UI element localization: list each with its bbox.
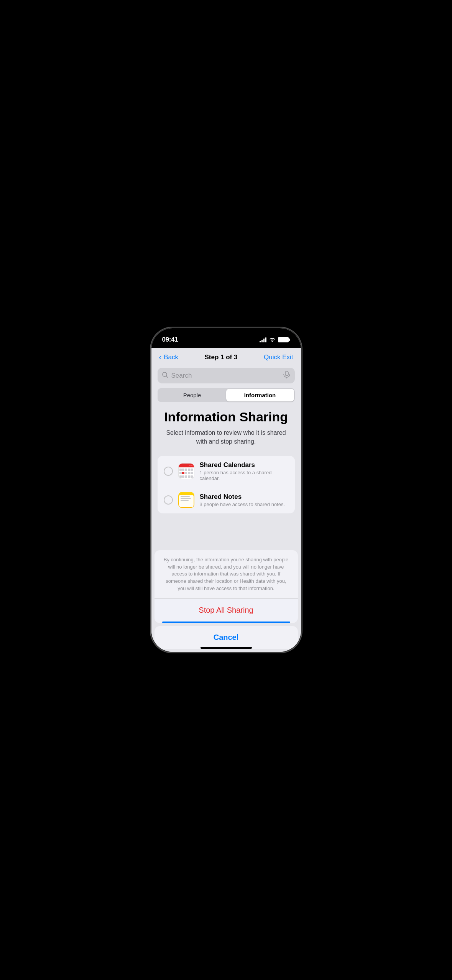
- svg-rect-2: [285, 371, 288, 376]
- segment-people[interactable]: People: [158, 389, 226, 401]
- radio-notes[interactable]: [164, 495, 173, 505]
- segmented-control: People Information: [158, 388, 295, 402]
- nav-title: Step 1 of 3: [204, 354, 237, 361]
- stop-sharing-button[interactable]: Stop All Sharing: [155, 599, 298, 622]
- search-container: Search: [151, 365, 301, 388]
- segment-information[interactable]: Information: [226, 389, 294, 401]
- notes-subtitle: 3 people have access to shared notes.: [200, 502, 289, 507]
- back-label: Back: [164, 354, 178, 361]
- notes-title: Shared Notes: [200, 493, 289, 501]
- search-icon: [162, 372, 168, 380]
- list-item[interactable]: Shared Notes 3 people have access to sha…: [158, 487, 295, 513]
- status-time: 09:41: [162, 336, 178, 344]
- search-bar[interactable]: Search: [158, 368, 295, 383]
- svg-line-1: [166, 376, 168, 378]
- bottom-overlay: By continuing, the information you're sh…: [151, 550, 301, 652]
- items-list: Shared Calendars 1 person has access to …: [158, 456, 295, 513]
- phone-frame: 09:41 ‹: [151, 328, 301, 652]
- microphone-icon[interactable]: [283, 371, 290, 380]
- blue-indicator-bar: [162, 622, 290, 623]
- notes-item-text: Shared Notes 3 people have access to sha…: [200, 493, 289, 507]
- stop-sharing-label: Stop All Sharing: [199, 606, 253, 614]
- disclaimer-text: By continuing, the information you're sh…: [162, 556, 290, 592]
- main-content: ‹ Back Step 1 of 3 Quick Exit Search: [151, 348, 301, 652]
- nav-bar: ‹ Back Step 1 of 3 Quick Exit: [151, 348, 301, 365]
- home-indicator: [201, 647, 252, 649]
- back-button[interactable]: ‹ Back: [159, 353, 178, 362]
- list-item[interactable]: Shared Calendars 1 person has access to …: [158, 456, 295, 487]
- calendar-subtitle: 1 person has access to a shared calendar…: [200, 470, 289, 481]
- cancel-button[interactable]: Cancel: [155, 626, 298, 649]
- radio-calendars[interactable]: [164, 467, 173, 476]
- back-chevron-icon: ‹: [159, 353, 162, 362]
- status-icons: [260, 337, 290, 343]
- signal-icon: [260, 337, 266, 342]
- search-placeholder: Search: [171, 372, 280, 380]
- battery-icon: [278, 337, 290, 342]
- wifi-icon: [269, 337, 276, 343]
- quick-exit-button[interactable]: Quick Exit: [264, 354, 293, 361]
- calendar-icon: [178, 463, 194, 479]
- notes-icon: [178, 492, 194, 508]
- calendar-item-text: Shared Calendars 1 person has access to …: [200, 461, 289, 481]
- action-sheet-main: By continuing, the information you're sh…: [155, 550, 298, 623]
- status-bar: 09:41: [151, 328, 301, 348]
- action-sheet-container: By continuing, the information you're sh…: [155, 550, 298, 649]
- page-subtitle: Select information to review who it is s…: [161, 429, 292, 446]
- page-heading: Information Sharing Select information t…: [151, 410, 301, 450]
- calendar-title: Shared Calendars: [200, 461, 289, 469]
- cancel-label: Cancel: [214, 633, 239, 641]
- disclaimer-container: By continuing, the information you're sh…: [155, 550, 298, 599]
- page-title: Information Sharing: [161, 410, 292, 424]
